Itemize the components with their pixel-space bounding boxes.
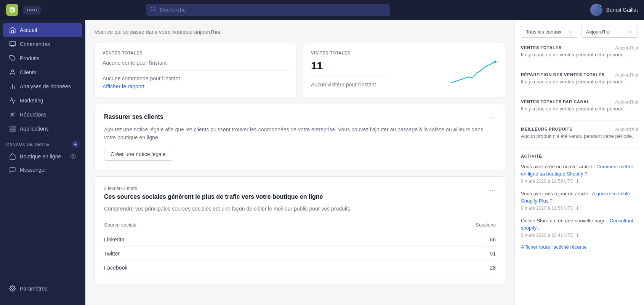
svg-rect-16 — [10, 129, 12, 131]
svg-rect-13 — [10, 126, 12, 128]
date-filter-select[interactable]: Aujourd'hui — [581, 26, 638, 38]
source-sessions: 66 — [490, 236, 496, 243]
svg-point-10 — [11, 113, 12, 114]
store-icon — [9, 153, 16, 160]
ventes-totales-no-data: Aucune vente pour l'instant — [103, 60, 289, 66]
sidebar-item-label: Réductions — [20, 112, 46, 118]
rp-ventes-canal: VENTES TOTALES PAR CANAL Aujourd'hui Il … — [521, 99, 638, 112]
social-table-header: Source sociale Sessions — [104, 219, 496, 231]
svg-line-3 — [154, 10, 155, 11]
settings-icon — [9, 285, 16, 292]
sidebar-bottom: Paramètres — [0, 278, 85, 299]
source-sessions: 51 — [490, 251, 496, 257]
search-icon — [150, 6, 156, 14]
creer-notice-button[interactable]: Créer une notice légale — [104, 148, 172, 161]
source-name: LinkedIn — [104, 236, 124, 243]
svg-point-18 — [12, 288, 14, 290]
svg-text:S: S — [10, 8, 13, 13]
table-row: Twitter 51 — [104, 247, 496, 261]
reassurer-title: Rassurer ses clients — [104, 113, 163, 120]
social-date-range: 2 février–2 mars — [104, 186, 323, 191]
marketing-icon — [9, 97, 16, 104]
source-name: Facebook — [104, 265, 127, 271]
reassurer-desc: Ajoutez une notice légale afin que les c… — [104, 126, 496, 142]
table-row: Facebook 28 — [104, 261, 496, 275]
rp-meilleurs-produits: MEILLEURS PRODUITS Aujourd'hui Aucun pro… — [521, 127, 638, 140]
afficher-rapport-link[interactable]: Afficher le rapport — [103, 83, 144, 89]
eye-icon[interactable] — [70, 153, 76, 160]
chevron-down-icon — [569, 30, 573, 34]
activity-text: Vous avez créé un nouvel article : Comme… — [521, 163, 638, 178]
sidebar-item-label: Accueil — [20, 27, 37, 33]
main-content: Voici ce qui se passe dans votre boutiqu… — [85, 20, 514, 305]
activity-text: Online Store a créé une nouvelle page : … — [521, 217, 638, 232]
activity-date: 9 mars 2020 à 11:56 UTC+1 — [521, 206, 638, 211]
right-panel-controls: Tous les canaux Aujourd'hui — [521, 26, 638, 38]
rp-canal-text: Il n'y a pas eu de ventes pendant cette … — [521, 105, 638, 112]
sidebar-item-parametres[interactable]: Paramètres — [3, 282, 82, 295]
rp-repartition-text: Il n'y a pas eu de ventes pendant cette … — [521, 78, 638, 85]
reductions-icon — [9, 111, 16, 118]
sidebar-item-label: Applications — [20, 126, 49, 132]
home-icon — [9, 27, 16, 34]
sidebar-item-produits[interactable]: Produits — [3, 51, 82, 65]
messenger-label: Messenger — [20, 167, 46, 173]
visites-totales-value: 11 — [311, 60, 387, 72]
source-name: Twitter — [104, 251, 120, 257]
add-channel-button[interactable]: + — [72, 141, 79, 148]
top-navigation: S •••••• Benoit Gaillat — [0, 0, 644, 20]
svg-rect-4 — [10, 42, 16, 46]
orders-icon — [9, 41, 16, 48]
sidebar-item-messenger[interactable]: Messenger — [3, 163, 82, 176]
reassurer-menu-button[interactable]: ··· — [489, 113, 496, 121]
search-input[interactable] — [146, 4, 390, 16]
ventes-totales-sub: Aucune commande pour l'instant — [103, 75, 289, 81]
activity-text: Vous avez mis à jour un article : A quoi… — [521, 190, 638, 205]
rp-activity-title: ACTIVITÉ — [521, 154, 638, 158]
rp-produits-title: MEILLEURS PRODUITS Aujourd'hui — [521, 127, 638, 131]
sidebar-item-clients[interactable]: Clients — [3, 65, 82, 79]
svg-point-19 — [494, 61, 497, 63]
sidebar-item-analyses[interactable]: Analyses de données — [3, 80, 82, 93]
rp-canal-title: VENTES TOTALES PAR CANAL Aujourd'hui — [521, 99, 638, 104]
channel-filter-select[interactable]: Tous les canaux — [521, 26, 578, 38]
main-greeting: Voici ce qui se passe dans votre boutiqu… — [95, 29, 505, 35]
social-desc: Comprendre vos principales sources socia… — [104, 205, 496, 213]
activity-date: 9 mars 2020 à 11:59 UTC+1 — [521, 179, 638, 184]
sidebar-item-label: Clients — [20, 69, 36, 75]
social-title: Ces sources sociales génèrent le plus de… — [104, 193, 323, 200]
search-container — [146, 4, 390, 16]
rp-ventes-title: VENTES TOTALES Aujourd'hui — [521, 45, 638, 50]
topnav-right: Benoit Gaillat — [590, 4, 638, 16]
sidebar-item-label: Produits — [20, 55, 39, 61]
svg-point-6 — [11, 70, 14, 72]
right-panel: Tous les canaux Aujourd'hui VENTES TOTAL… — [514, 20, 644, 305]
table-col-source: Source sociale — [104, 222, 136, 228]
sidebar-item-reductions[interactable]: Réductions — [3, 108, 82, 121]
svg-point-2 — [151, 7, 155, 11]
rp-repartition-title: RÉPARTITION DES VENTES TOTALES Aujourd'h… — [521, 72, 638, 77]
activity-item: Vous avez créé un nouvel article : Comme… — [521, 163, 638, 184]
svg-rect-15 — [13, 129, 15, 131]
messenger-icon — [9, 166, 16, 173]
reassurer-card: Rassurer ses clients ··· Ajoutez une not… — [95, 104, 505, 170]
show-all-activity-link[interactable]: Afficher toute l'activité récente — [521, 244, 638, 250]
sidebar-item-applications[interactable]: Applications — [3, 122, 82, 136]
rp-ventes-text: Il n'y a pas eu de ventes pendant cette … — [521, 51, 638, 58]
analytics-icon — [9, 83, 16, 90]
sidebar-item-marketing[interactable]: Marketing — [3, 94, 82, 107]
sidebar-item-boutique[interactable]: Boutique en ligne — [3, 150, 82, 163]
boutique-label: Boutique en ligne — [20, 153, 61, 160]
username: Benoit Gaillat — [606, 7, 638, 13]
sparkline-chart — [452, 60, 497, 88]
sidebar-item-accueil[interactable]: Accueil — [3, 23, 82, 37]
social-menu-button[interactable]: ··· — [489, 186, 496, 193]
avatar[interactable] — [590, 4, 602, 16]
sidebar-item-commandes[interactable]: Commandes — [3, 37, 82, 51]
sidebar: Accueil Commandes Produits — [0, 20, 85, 305]
rp-activity: ACTIVITÉ Vous avez créé un nouvel articl… — [521, 154, 638, 250]
rp-repartition: RÉPARTITION DES VENTES TOTALES Aujourd'h… — [521, 72, 638, 85]
ventes-totales-label: VENTES TOTALES — [103, 51, 289, 55]
store-name[interactable]: •••••• — [23, 6, 41, 14]
activity-item: Vous avez mis à jour un article : A quoi… — [521, 190, 638, 211]
